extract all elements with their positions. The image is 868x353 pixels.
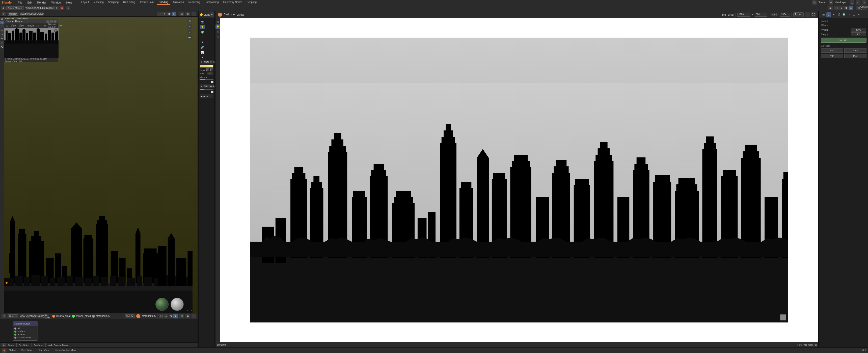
node-view-btn[interactable]: View <box>20 314 25 318</box>
node-mode-badge[interactable]: Object▾ <box>7 314 19 318</box>
vp-solid[interactable]: ● <box>162 11 166 16</box>
menu-render[interactable]: Render <box>36 1 47 4</box>
object-menu-btn[interactable]: Object <box>42 6 46 10</box>
viewport-status-icon[interactable]: ◈ <box>1 343 6 348</box>
options-btn[interactable]: Options ▾ <box>863 6 867 10</box>
workspace-tab-plus[interactable]: + <box>259 0 265 5</box>
menu-edit[interactable]: Edit <box>26 1 33 4</box>
move-tool-btn[interactable]: ↕ <box>0 25 4 28</box>
node-shading-2[interactable]: ● <box>164 314 168 318</box>
workspace-tab-animation[interactable]: Animation <box>170 0 186 5</box>
res-x-input[interactable]: 1200 <box>737 12 750 17</box>
scale-tool-btn[interactable]: ⤡ <box>0 32 4 36</box>
scene-selector[interactable]: 📷 <box>812 0 817 5</box>
node-overlay-btn[interactable]: ◉ <box>185 314 190 318</box>
close-btn[interactable]: × <box>862 0 867 5</box>
png-export-btn[interactable]: PNG <box>821 48 843 53</box>
rendered-btn[interactable]: ◈ <box>848 6 853 10</box>
angle-val1[interactable]: 89 <box>206 68 209 71</box>
right-tab-scene[interactable]: 🎬 <box>836 12 841 17</box>
ply-export-btn[interactable]: PLY <box>844 54 867 58</box>
workspace-tab-layout[interactable]: Layout <box>79 0 91 5</box>
menu-window[interactable]: Window <box>50 1 62 4</box>
height-input[interactable]: 800 <box>851 32 866 36</box>
orth-tab[interactable]: Orth <box>808 344 813 346</box>
workspace-tab-uv[interactable]: UV Editing <box>121 0 137 5</box>
bottom-icon-btn[interactable]: ◈ <box>2 348 6 353</box>
overlay-toggle[interactable]: ◉ <box>828 6 833 10</box>
render-view-btn[interactable]: View <box>10 24 17 27</box>
viewport-mode-badge[interactable]: Object▾ <box>7 12 19 15</box>
node-use-nodes-btn[interactable]: Use Nodes <box>44 314 49 318</box>
pivot-btn[interactable]: ⊕ <box>54 6 59 10</box>
solid-btn[interactable]: ● <box>839 6 843 10</box>
render-left-icon-4[interactable]: ⬡ <box>216 35 220 40</box>
render-left-icon-3[interactable]: □ <box>216 30 220 34</box>
render-window-toggle[interactable]: □ <box>805 12 810 17</box>
global-transform-btn[interactable]: Global ▾ <box>48 6 53 10</box>
material-preview-btn[interactable]: ◑ <box>844 6 848 10</box>
light-tab-world[interactable]: 🌍 <box>200 30 205 34</box>
render-button[interactable]: Render <box>821 38 867 43</box>
tif-export-btn[interactable]: TIF <box>821 54 843 58</box>
workspace-tab-scripting[interactable]: Scripting <box>245 0 259 5</box>
light-tab-light[interactable]: 💡 <box>200 25 205 29</box>
light-tab-object[interactable]: □ <box>200 35 205 39</box>
light-tab-data[interactable]: 📊 <box>200 50 205 55</box>
workspace-tab-geometry[interactable]: Geometry Nodes <box>221 0 245 5</box>
res-y-input[interactable]: 800 <box>755 12 767 17</box>
vp-wireframe[interactable]: ⬚ <box>157 11 162 16</box>
measure-tool-btn[interactable]: 📏 <box>0 45 4 49</box>
add-menu-btn[interactable]: Add <box>32 11 37 16</box>
node-content-area[interactable]: Material Output All Surface <box>0 319 197 343</box>
select-btn[interactable]: Select <box>31 6 36 10</box>
node-editor-icon[interactable]: ⬡ <box>1 314 6 318</box>
transform-tool-btn[interactable]: ⛶ <box>0 36 4 40</box>
cursor-tool-btn[interactable]: ⊕ <box>0 21 4 25</box>
wireframe-btn[interactable]: ⬚ <box>834 6 839 10</box>
maximize-btn[interactable]: □ <box>856 0 861 5</box>
sky-icon1[interactable]: ☁ <box>210 85 212 88</box>
vp-gizmo[interactable]: ⊞ <box>179 11 184 16</box>
menu-help[interactable]: Help <box>65 1 73 4</box>
size-val[interactable]: 8 <box>207 72 213 75</box>
render-fullscreen[interactable]: ⛶ <box>811 12 816 17</box>
proportional-edit-btn[interactable]: ○ <box>66 6 70 10</box>
node-shading-3[interactable]: ◑ <box>168 314 173 318</box>
object-menu-btn-vp[interactable]: Object <box>38 11 43 16</box>
zoom-in-btn[interactable]: + <box>187 24 192 29</box>
render-icon-1[interactable]: ⬚ <box>36 24 39 27</box>
right-tab-world[interactable]: 🌍 <box>841 12 846 17</box>
light-tab-constraints[interactable]: 🔗 <box>200 45 205 50</box>
node-add-btn[interactable]: Add <box>32 314 37 318</box>
render-left-icon-2[interactable]: 💡 <box>216 25 220 29</box>
right-tab-object[interactable]: □ <box>846 12 851 17</box>
render-left-icon-1[interactable]: 📷 <box>216 19 220 24</box>
render-icon-btn[interactable]: ⬡ <box>5 24 9 27</box>
light-tab-particles[interactable]: ✦ <box>200 40 205 44</box>
vp-render[interactable]: ◈ <box>172 11 176 16</box>
node-select-btn[interactable]: Select <box>26 314 31 318</box>
render-window-close[interactable]: × <box>54 20 57 23</box>
camera-local-btn[interactable]: 📷 <box>187 35 192 40</box>
right-tab-view[interactable]: 👁 <box>831 12 836 17</box>
render-text-btn[interactable]: Render Result <box>48 23 58 29</box>
annotate-tool-btn[interactable]: ✏ <box>0 41 4 45</box>
fog-section-header[interactable]: ▶ FOG <box>199 94 214 98</box>
menu-file[interactable]: File <box>17 1 24 4</box>
select-menu-btn[interactable]: Select <box>26 11 31 16</box>
workspace-tab-compositing[interactable]: Compositing <box>203 0 221 5</box>
render-icon-2[interactable]: ↕ <box>40 24 43 27</box>
workspace-tab-sculpting[interactable]: Sculpting <box>106 0 121 5</box>
viewport-select-btn[interactable]: ◈ <box>1 11 6 16</box>
vp-material[interactable]: ◑ <box>167 11 171 16</box>
sky-icon2[interactable]: ⊕ <box>213 85 215 88</box>
tile-size-input[interactable]: 1024 <box>780 12 790 17</box>
render-icon-3[interactable]: ⊕ <box>43 24 47 27</box>
sky-section-header[interactable]: ▼ SKY ☁ ⊕ <box>199 84 214 88</box>
minimize-btn[interactable]: _ <box>850 0 855 5</box>
snap-btn[interactable]: 🧲 <box>60 6 64 10</box>
zoom-out-btn[interactable]: - <box>187 30 192 34</box>
light-tab-render[interactable]: 📷 <box>200 20 205 24</box>
node-extra-btn[interactable]: ⋮ <box>191 314 196 318</box>
